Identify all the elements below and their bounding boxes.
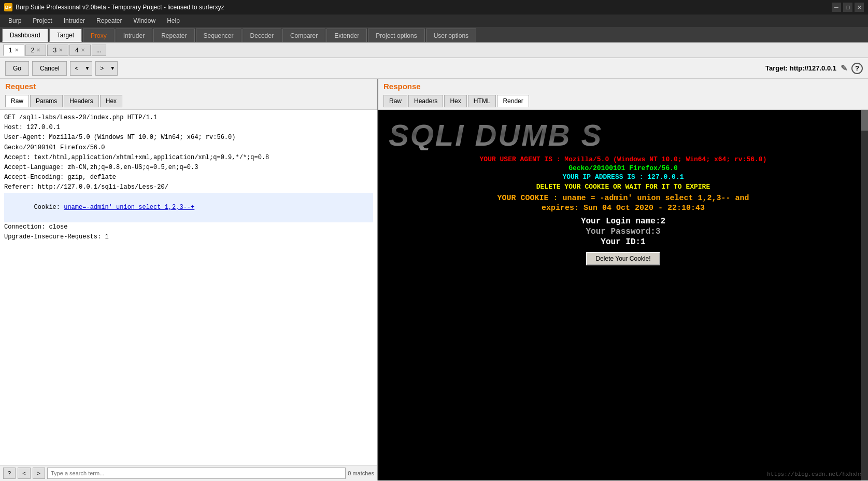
response-tab-headers[interactable]: Headers [408, 95, 443, 107]
request-panel: Request Raw Params Headers Hex GET /sqli… [0, 79, 378, 480]
request-line-0: GET /sqli-labs/Less-20/index.php HTTP/1.… [4, 113, 373, 123]
close-tab-2-icon[interactable]: ✕ [36, 47, 40, 53]
request-body[interactable]: GET /sqli-labs/Less-20/index.php HTTP/1.… [0, 110, 377, 465]
menu-repeater[interactable]: Repeater [91, 16, 127, 25]
close-tab-1-icon[interactable]: ✕ [15, 47, 19, 53]
request-line-4: Accept: text/html,application/xhtml+xml,… [4, 153, 373, 163]
request-line-6: Accept-Encoding: gzip, deflate [4, 173, 373, 182]
tab-comparer[interactable]: Comparer [282, 29, 325, 42]
match-count: 0 matches [348, 470, 374, 476]
cookie-value-display: YOUR COOKIE : uname = -admin' union sele… [389, 194, 858, 203]
gecko-line: Gecko/20100101 Firefox/56.0 [389, 164, 858, 172]
response-tab-html[interactable]: HTML [468, 95, 496, 107]
tab-repeater[interactable]: Repeater [153, 29, 194, 42]
sub-tab-2[interactable]: 2 ✕ [25, 45, 47, 56]
help-icon[interactable]: ? [851, 63, 863, 74]
request-line-3: Gecko/20100101 Firefox/56.0 [4, 143, 373, 153]
close-tab-4-icon[interactable]: ✕ [81, 47, 85, 53]
request-line-2: User-Agent: Mozilla/5.0 (Windows NT 10.0… [4, 133, 373, 143]
response-subtab-bar: Raw Headers Hex HTML Render [378, 93, 868, 110]
response-scrollbar[interactable] [861, 110, 868, 480]
sub-tab-4[interactable]: 4 ✕ [69, 45, 91, 56]
tab-sequencer[interactable]: Sequencer [196, 29, 241, 42]
sub-tabbar: 1 ✕ 2 ✕ 3 ✕ 4 ✕ ... [0, 43, 868, 58]
delete-cookie-button[interactable]: Delete Your Cookie! [586, 252, 660, 265]
render-content: SQLI DUMB S YOUR USER AGENT IS : Mozilla… [378, 110, 868, 480]
expires-line: expires: Sun 04 Oct 2020 - 22:10:43 [389, 204, 858, 213]
login-name: Your Login name:2 [389, 217, 858, 226]
go-button[interactable]: Go [5, 61, 29, 76]
nav-prev-group: < ▼ [70, 61, 92, 76]
watermark: https://blog.csdn.net/hxhxhx [767, 471, 863, 477]
request-footer: ? < > 0 matches [0, 465, 377, 480]
sub-tab-3[interactable]: 3 ✕ [47, 45, 68, 56]
menu-window[interactable]: Window [128, 16, 161, 25]
response-body: SQLI DUMB S YOUR USER AGENT IS : Mozilla… [378, 110, 868, 480]
menu-burp[interactable]: Burp [3, 16, 26, 25]
more-tabs-button[interactable]: ... [92, 45, 106, 56]
menu-project[interactable]: Project [27, 16, 57, 25]
minimize-button[interactable]: ─ [832, 3, 841, 12]
request-next-button[interactable]: > [33, 468, 45, 479]
target-display: Target: http://127.0.0.1 ✎ ? [765, 63, 863, 74]
request-line-5: Accept-Language: zh-CN,zh;q=0.8,en-US;q=… [4, 163, 373, 173]
tab-intruder[interactable]: Intruder [116, 29, 152, 42]
maximize-button[interactable]: □ [843, 3, 852, 12]
response-header: Response [378, 79, 868, 93]
your-id: Your ID:1 [389, 237, 858, 247]
request-search-input[interactable] [47, 468, 346, 479]
nav-next-button[interactable]: > [95, 61, 108, 76]
sub-tab-1[interactable]: 1 ✕ [3, 45, 24, 56]
scrollbar-thumb [861, 110, 868, 131]
response-tab-hex[interactable]: Hex [444, 95, 466, 107]
app-icon: BP [4, 3, 12, 11]
cookie-label: Cookie: [34, 204, 64, 211]
tab-decoder[interactable]: Decoder [243, 29, 281, 42]
request-line-9: Connection: close [4, 222, 373, 232]
cookie-value: uname=-admin' union select 1,2,3--+ [64, 204, 194, 211]
menu-help[interactable]: Help [162, 16, 185, 25]
request-tab-headers[interactable]: Headers [64, 95, 98, 107]
tab-extender[interactable]: Extender [326, 29, 367, 42]
response-text-area: YOUR USER AGENT IS : Mozilla/5.0 (Window… [378, 150, 868, 271]
request-subtab-bar: Raw Params Headers Hex [0, 93, 377, 110]
user-agent-line: YOUR USER AGENT IS : Mozilla/5.0 (Window… [389, 155, 858, 163]
titlebar-controls[interactable]: ─ □ ✕ [832, 3, 864, 12]
request-tab-raw[interactable]: Raw [5, 95, 29, 107]
main-tabbar: Dashboard Target Proxy Intruder Repeater… [0, 27, 868, 43]
tab-dashboard[interactable]: Dashboard [2, 29, 48, 42]
request-tab-params[interactable]: Params [30, 95, 63, 107]
toolbar: Go Cancel < ▼ > ▼ Target: http://127.0.0… [0, 58, 868, 79]
request-help-button[interactable]: ? [3, 468, 16, 479]
tab-project-options[interactable]: Project options [368, 29, 424, 42]
nav-prev-button[interactable]: < [70, 61, 82, 76]
menu-intruder[interactable]: Intruder [59, 16, 90, 25]
tab-proxy[interactable]: Proxy [83, 29, 115, 42]
request-prev-button[interactable]: < [18, 468, 30, 479]
request-line-1: Host: 127.0.0.1 [4, 123, 373, 133]
request-line-cookie: Cookie: uname=-admin' union select 1,2,3… [4, 193, 373, 223]
close-button[interactable]: ✕ [855, 3, 864, 12]
response-title: Response [383, 82, 863, 91]
target-label: Target: http://127.0.0.1 [765, 64, 836, 72]
edit-target-icon[interactable]: ✎ [841, 63, 847, 73]
nav-prev-dropdown[interactable]: ▼ [82, 61, 92, 76]
close-tab-3-icon[interactable]: ✕ [59, 47, 63, 53]
password-display: Your Password:3 [389, 227, 858, 236]
nav-next-group: > ▼ [95, 61, 118, 76]
sqli-title: SQLI DUMB S [378, 110, 868, 150]
response-tab-render[interactable]: Render [497, 95, 529, 107]
response-tab-raw[interactable]: Raw [383, 95, 407, 107]
cancel-button[interactable]: Cancel [32, 61, 67, 76]
tab-target[interactable]: Target [49, 29, 82, 42]
tab-user-options[interactable]: User options [426, 29, 476, 42]
window-title: Burp Suite Professional v2.0beta - Tempo… [16, 4, 224, 11]
menubar: Burp Project Intruder Repeater Window He… [0, 15, 868, 27]
titlebar: BP Burp Suite Professional v2.0beta - Te… [0, 0, 868, 15]
content-area: Request Raw Params Headers Hex GET /sqli… [0, 79, 868, 480]
response-panel: Response Raw Headers Hex HTML Render SQL… [378, 79, 868, 480]
request-line-7: Referer: http://127.0.0.1/sqli-labs/Less… [4, 182, 373, 192]
nav-next-dropdown[interactable]: ▼ [108, 61, 118, 76]
request-header: Request [0, 79, 377, 93]
request-tab-hex[interactable]: Hex [100, 95, 122, 107]
